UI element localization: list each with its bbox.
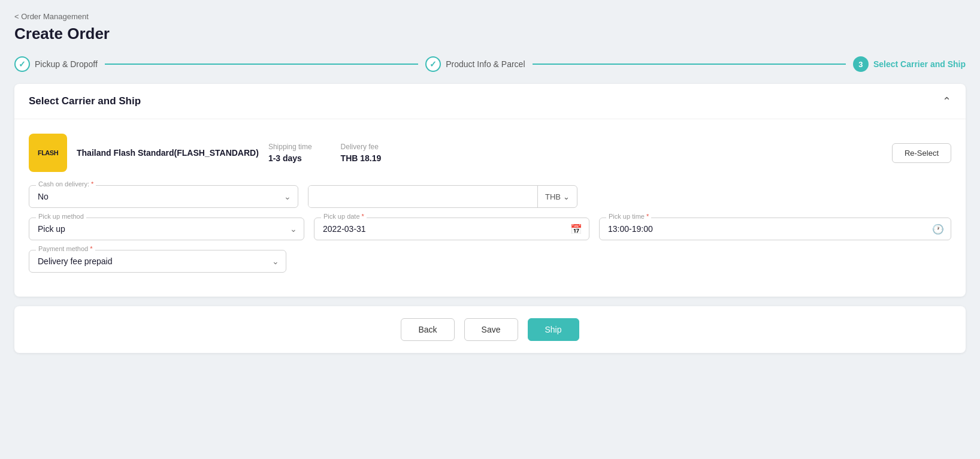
save-button[interactable]: Save	[464, 318, 518, 341]
delivery-fee-label: Delivery fee	[341, 143, 382, 151]
step1-label: Pickup & Dropoff	[35, 59, 98, 69]
step-product-info: ✓ Product Info & Parcel	[425, 56, 525, 72]
cod-amount-wrapper: THB ⌄	[308, 185, 577, 208]
pickup-time-wrapper: 🕐	[599, 218, 951, 240]
pickup-time-input[interactable]	[599, 218, 951, 240]
carrier-row: FLASH Thailand Flash Standard(FLASH_STAN…	[29, 134, 951, 172]
pickup-method-label: Pick up method	[36, 213, 86, 220]
step3-icon: 3	[853, 56, 869, 72]
pickup-date-wrapper: 📅	[314, 218, 589, 240]
payment-method-select[interactable]: Delivery fee prepaid	[29, 250, 286, 273]
step2-icon: ✓	[425, 56, 441, 72]
back-button[interactable]: Back	[401, 318, 454, 341]
payment-method-select-wrapper: Delivery fee prepaid ⌄	[29, 250, 286, 273]
payment-row: Payment method Delivery fee prepaid ⌄	[29, 250, 951, 273]
cod-select[interactable]: No	[29, 185, 298, 208]
select-carrier-card: Select Carrier and Ship ⌃ FLASH Thailand…	[14, 84, 966, 297]
cod-row: Cash on delivery: No ⌄ THB ⌄	[29, 185, 951, 208]
card-body: FLASH Thailand Flash Standard(FLASH_STAN…	[14, 119, 966, 297]
cod-amount-input[interactable]	[308, 186, 537, 207]
step1-icon: ✓	[14, 56, 30, 72]
step-select-carrier: 3 Select Carrier and Ship	[853, 56, 966, 72]
pickup-date-label: Pick up date	[321, 213, 367, 220]
ship-button[interactable]: Ship	[528, 318, 579, 341]
action-bar: Back Save Ship	[14, 306, 966, 353]
pickup-method-group: Pick up method Pick up ⌄	[29, 218, 304, 240]
pickup-row: Pick up method Pick up ⌄ Pick up date 📅	[29, 218, 951, 240]
pickup-time-label: Pick up time	[606, 213, 651, 220]
carrier-name-text: Thailand Flash Standard(FLASH_STANDARD)	[77, 148, 259, 158]
payment-method-group: Payment method Delivery fee prepaid ⌄	[29, 250, 286, 273]
delivery-fee-value: THB 18.19	[341, 153, 382, 163]
pickup-date-input[interactable]	[314, 218, 589, 240]
shipping-time-label: Shipping time	[268, 143, 312, 151]
carrier-name-block: Thailand Flash Standard(FLASH_STANDARD)	[77, 148, 259, 158]
step-pickup-dropoff: ✓ Pickup & Dropoff	[14, 56, 98, 72]
carrier-logo: FLASH	[29, 134, 67, 172]
shipping-time-item: Shipping time 1-3 days	[268, 143, 312, 163]
card-header: Select Carrier and Ship ⌃	[14, 84, 966, 119]
cod-amount-group: THB ⌄	[308, 185, 577, 208]
card-header-title: Select Carrier and Ship	[29, 95, 141, 107]
breadcrumb[interactable]: < Order Management	[14, 12, 966, 21]
cod-select-wrapper: No ⌄	[29, 185, 298, 208]
step2-label: Product Info & Parcel	[446, 59, 525, 69]
pickup-method-select-wrapper: Pick up ⌄	[29, 218, 304, 240]
cod-currency[interactable]: THB ⌄	[537, 186, 577, 207]
pickup-date-group: Pick up date 📅	[314, 218, 589, 240]
reselect-button[interactable]: Re-Select	[892, 143, 951, 163]
cod-label: Cash on delivery:	[36, 180, 96, 188]
step3-label: Select Carrier and Ship	[873, 59, 966, 69]
pickup-method-select[interactable]: Pick up	[29, 218, 304, 240]
step-line-1	[105, 64, 418, 65]
delivery-fee-item: Delivery fee THB 18.19	[341, 143, 382, 163]
step-line-2	[533, 64, 846, 65]
pickup-time-group: Pick up time 🕐	[599, 218, 951, 240]
carrier-info-group: Shipping time 1-3 days Delivery fee THB …	[268, 143, 882, 163]
collapse-icon[interactable]: ⌃	[942, 95, 951, 108]
stepper: ✓ Pickup & Dropoff ✓ Product Info & Parc…	[14, 56, 966, 72]
payment-method-label: Payment method	[36, 245, 95, 252]
page-title: Create Order	[14, 25, 966, 43]
shipping-time-value: 1-3 days	[268, 153, 312, 163]
cod-group: Cash on delivery: No ⌄	[29, 185, 298, 208]
